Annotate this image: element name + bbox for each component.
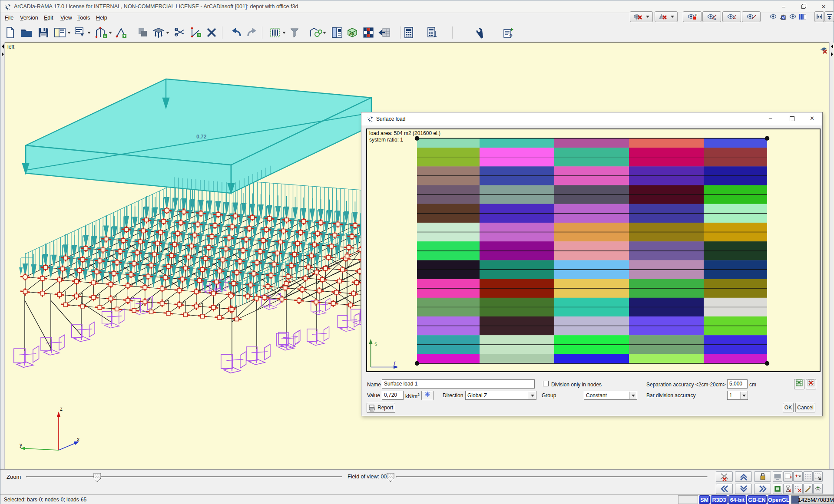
svg-text:11: 11 [713, 17, 716, 20]
svg-text:?: ? [509, 33, 513, 39]
svg-text:x: x [77, 436, 79, 442]
svg-text:11: 11 [695, 13, 697, 16]
svg-text:0,72: 0,72 [196, 134, 207, 140]
svg-text:s: s [374, 340, 377, 347]
svg-text:y: y [20, 442, 22, 448]
svg-text:3D: 3D [349, 32, 354, 36]
svg-text:r: r [394, 359, 396, 366]
svg-text:z: z [60, 406, 63, 412]
